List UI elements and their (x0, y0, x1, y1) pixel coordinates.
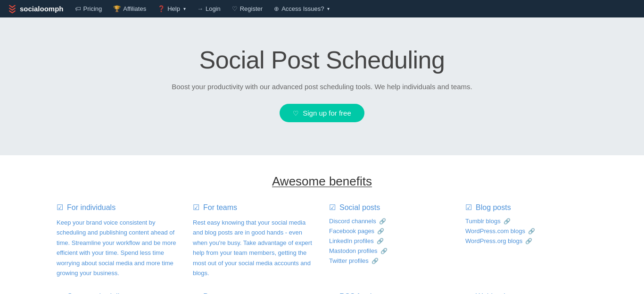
nav-login[interactable]: → Login (192, 0, 225, 17)
pricing-icon: 🏷 (75, 5, 81, 12)
nav-affiliates-label: Affiliates (123, 5, 146, 12)
social-facebook-label: Facebook pages (329, 227, 374, 235)
hero-section: Social Post Scheduling Boost your produc… (0, 17, 644, 155)
tumblr-link-icon: 🔗 (504, 218, 511, 225)
bottom-webhooks: ☑ Webhooks (465, 293, 587, 294)
social-discord-label: Discord channels (329, 218, 376, 225)
linkedin-link-icon: 🔗 (377, 238, 384, 244)
check-icon-webhooks: ☑ (465, 293, 472, 294)
nav-help[interactable]: ❓ Help ▾ (153, 0, 190, 17)
nav-affiliates[interactable]: 🏆 Affiliates (108, 0, 151, 17)
benefit-teams: ☑ For teams Rest easy knowing that your … (193, 203, 315, 278)
mastodon-link-icon: 🔗 (380, 248, 388, 254)
social-linkedin-label: LinkedIn profiles (329, 237, 374, 244)
affiliates-icon: 🏆 (113, 5, 121, 12)
brand-name: socialoomph (20, 5, 64, 13)
benefits-grid: ☑ For individuals Keep your brand voice … (57, 203, 587, 278)
nav-register-label: Register (240, 5, 263, 12)
benefit-teams-heading: ☑ For teams (193, 203, 315, 212)
hero-title: Social Post Scheduling (199, 46, 445, 74)
login-icon: → (197, 5, 203, 12)
benefit-social: ☑ Social posts Discord channels 🔗 Facebo… (329, 203, 451, 278)
bottom-posts: ☑ Posts (193, 293, 315, 294)
benefit-blog-heading: ☑ Blog posts (465, 203, 587, 212)
benefits-title: Awesome benefits (57, 174, 587, 189)
blog-tumblr-label: Tumblr blogs (465, 218, 501, 225)
brand-logo[interactable]: socialoomph (8, 4, 64, 14)
main-nav: socialoomph 🏷 Pricing 🏆 Affiliates ❓ Hel… (0, 0, 644, 17)
check-icon-blog: ☑ (465, 203, 472, 212)
social-twitter[interactable]: Twitter profiles 🔗 (329, 257, 451, 264)
blog-wpcom-label: WordPress.com blogs (465, 227, 525, 235)
access-dropdown-arrow: ▾ (327, 6, 330, 11)
access-icon: ⊕ (274, 5, 279, 12)
check-icon-teams: ☑ (193, 203, 199, 212)
nav-pricing-label: Pricing (83, 5, 102, 12)
bottom-rss: ☑ RSS feeds (329, 293, 451, 294)
social-discord[interactable]: Discord channels 🔗 (329, 218, 451, 225)
nav-access-label: Access Issues? (281, 5, 324, 12)
social-linkedin[interactable]: LinkedIn profiles 🔗 (329, 237, 451, 244)
heart-icon: ♡ (293, 109, 299, 117)
benefit-individuals-text: Keep your brand voice consistent by sche… (57, 218, 179, 278)
hero-subtitle: Boost your productivity with our advance… (172, 83, 472, 91)
benefit-individuals-title: For individuals (67, 203, 116, 212)
blog-wpcom[interactable]: WordPress.com blogs 🔗 (465, 227, 587, 235)
benefit-social-title: Social posts (339, 203, 380, 212)
wpcom-link-icon: 🔗 (528, 228, 535, 235)
signup-label: Sign up for free (303, 109, 351, 117)
blog-list: Tumblr blogs 🔗 WordPress.com blogs 🔗 Wor… (465, 218, 587, 244)
benefit-blog: ☑ Blog posts Tumblr blogs 🔗 WordPress.co… (465, 203, 587, 278)
check-icon-social: ☑ (329, 203, 336, 212)
help-icon: ❓ (157, 5, 165, 12)
benefit-blog-title: Blog posts (476, 203, 511, 212)
social-mastodon[interactable]: Mastodon profiles 🔗 (329, 247, 451, 254)
twitter-link-icon: 🔗 (372, 258, 379, 264)
social-mastodon-label: Mastodon profiles (329, 247, 378, 254)
blog-wporg[interactable]: WordPress.org blogs 🔗 (465, 237, 587, 244)
nav-pricing[interactable]: 🏷 Pricing (70, 0, 107, 17)
blog-tumblr[interactable]: Tumblr blogs 🔗 (465, 218, 587, 225)
blog-wporg-label: WordPress.org blogs (465, 237, 522, 244)
bottom-row: ☑ Queue scheduling ☑ Posts ☑ RSS feeds ☑… (0, 293, 644, 294)
bottom-queue: ☑ Queue scheduling (57, 293, 179, 294)
benefit-teams-title: For teams (203, 203, 237, 212)
check-icon-posts: ☑ (193, 293, 199, 294)
nav-register[interactable]: ♡ Register (227, 0, 267, 17)
benefits-section: Awesome benefits ☑ For individuals Keep … (0, 155, 644, 293)
nav-access[interactable]: ⊕ Access Issues? ▾ (269, 0, 334, 17)
discord-link-icon: 🔗 (379, 218, 386, 225)
nav-login-label: Login (206, 5, 221, 12)
wporg-link-icon: 🔗 (525, 238, 532, 244)
social-twitter-label: Twitter profiles (329, 257, 369, 264)
check-icon-queue: ☑ (57, 293, 63, 294)
benefit-individuals-heading: ☑ For individuals (57, 203, 179, 212)
social-list: Discord channels 🔗 Facebook pages 🔗 Link… (329, 218, 451, 264)
benefit-social-heading: ☑ Social posts (329, 203, 451, 212)
nav-help-label: Help (167, 5, 180, 12)
benefit-individuals: ☑ For individuals Keep your brand voice … (57, 203, 179, 278)
check-icon-rss: ☑ (329, 293, 336, 294)
register-icon: ♡ (232, 5, 238, 12)
benefit-teams-text: Rest easy knowing that your social media… (193, 218, 315, 278)
help-dropdown-arrow: ▾ (183, 6, 186, 11)
facebook-link-icon: 🔗 (377, 228, 384, 235)
social-facebook[interactable]: Facebook pages 🔗 (329, 227, 451, 235)
check-icon-individuals: ☑ (57, 203, 63, 212)
signup-button[interactable]: ♡ Sign up for free (280, 104, 364, 122)
